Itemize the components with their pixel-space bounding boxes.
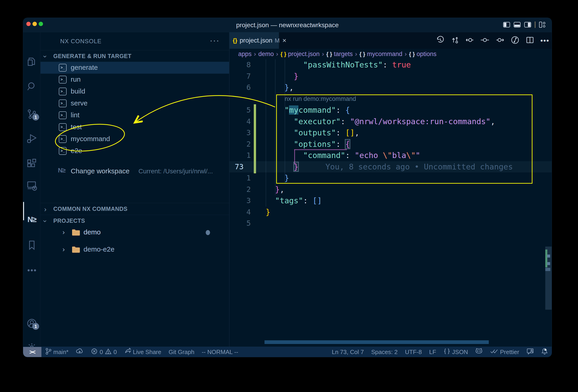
accounts-icon[interactable]: 1 [23, 316, 41, 330]
code-lens-row[interactable]: nx run demo:mycommand [230, 93, 552, 105]
line-number: 7 [230, 71, 251, 82]
title-bar: project.json — newnxreactwrkspace [23, 18, 552, 32]
object-symbol-icon: { } [359, 51, 365, 57]
close-tab-icon[interactable]: × [282, 37, 287, 44]
code-line[interactable]: 3 "tags": [] [230, 195, 552, 207]
previous-change-icon[interactable] [465, 36, 474, 45]
code-line[interactable]: 1 } [230, 173, 552, 184]
toggle-sidebar-icon[interactable] [503, 22, 510, 27]
terminal-icon: >_ [59, 87, 67, 95]
section-projects[interactable]: › PROJECTS [41, 215, 229, 226]
toggle-secondary-sidebar-icon[interactable] [524, 22, 531, 27]
code-line[interactable]: 4 "executor": "@nrwl/workspace:run-comma… [230, 116, 552, 127]
breadcrumb-separator: › [355, 50, 357, 58]
eol[interactable]: LF [426, 347, 440, 357]
language-mode[interactable]: JSON [440, 347, 472, 357]
source-control-icon[interactable]: 1 [23, 107, 41, 121]
timeline-icon[interactable] [436, 36, 445, 45]
compare-changes-icon[interactable] [451, 36, 459, 45]
live-share[interactable]: Live Share [120, 347, 165, 357]
terminal-icon: >_ [59, 111, 67, 119]
line-number: 1 [230, 173, 251, 184]
line-number: 3 [230, 195, 251, 207]
sidebar-item-mycommand[interactable]: >_mycommand [41, 133, 229, 145]
sidebar-item-change-workspace[interactable]: N≥ Change workspace Current: /Users/juri… [41, 165, 229, 177]
notifications[interactable] [537, 347, 552, 357]
code-line[interactable]: 2 }, [230, 184, 552, 195]
breadcrumb-item-demo[interactable]: demo [258, 50, 274, 58]
search-icon[interactable] [23, 80, 41, 93]
code-line[interactable]: 3 "outputs": [], [230, 127, 552, 139]
breadcrumb-item-targets[interactable]: { } targets [326, 50, 353, 58]
sidebar-item-build[interactable]: >_build [41, 86, 229, 97]
sidebar-more-actions-icon[interactable]: ··· [210, 36, 220, 45]
remote-explorer-icon[interactable] [23, 179, 41, 192]
sidebar-item-lint[interactable]: >_lint [41, 109, 229, 121]
code-lens-run-command[interactable]: nx run demo:mycommand [285, 93, 356, 105]
git-graph[interactable]: Git Graph [165, 347, 198, 357]
sidebar-item-e2e[interactable]: >_e2e [41, 145, 229, 157]
breadcrumb-item-apps[interactable]: apps [238, 50, 252, 58]
project-item-demo[interactable]: ›demo [41, 226, 229, 238]
sync-changes[interactable] [72, 347, 87, 357]
git-branch[interactable]: main* [42, 347, 72, 357]
code-line[interactable]: 7 } [230, 71, 552, 82]
github[interactable] [472, 347, 486, 357]
code-line[interactable]: 8 "passWithNoTests": true [230, 59, 552, 71]
code-line[interactable]: 73 }You, 8 seconds ago • Uncommitted cha… [230, 161, 552, 173]
code-line[interactable]: 2 "options": { [230, 139, 552, 150]
breadcrumb-item-options[interactable]: { } options [409, 50, 436, 58]
activity-bar: 1N≥11 [23, 32, 41, 347]
code-line[interactable]: 6 }, [230, 82, 552, 93]
terminal-icon: >_ [59, 147, 67, 155]
horizontal-scrollbar[interactable] [265, 340, 489, 344]
change-icon[interactable] [480, 36, 489, 45]
encoding[interactable]: UTF-8 [401, 347, 426, 357]
breadcrumb-separator: › [405, 50, 407, 58]
code-line[interactable]: 1 "command": "echo \"bla\"" [230, 150, 552, 161]
section-generate-run-target[interactable]: › GENERATE & RUN TARGET [41, 50, 229, 61]
customize-layout-icon[interactable] [539, 22, 545, 28]
prettier[interactable]: Prettier [486, 347, 523, 357]
section-common-nx-commands[interactable]: › COMMON NX COMMANDS [41, 203, 229, 214]
remote-indicator[interactable]: >< [23, 347, 42, 357]
nx-logo-icon: N≥ [58, 167, 65, 174]
project-item-demo-e2e[interactable]: ›demo-e2e [41, 244, 229, 256]
more-views-icon[interactable] [23, 263, 41, 277]
sidebar-item-run[interactable]: >_run [41, 74, 229, 86]
indentation[interactable]: Spaces: 2 [368, 347, 401, 357]
chevron-right-icon[interactable]: › [62, 228, 65, 236]
next-change-icon[interactable] [495, 36, 505, 45]
sidebar-item-serve[interactable]: >_serve [41, 97, 229, 109]
chevron-right-icon[interactable]: › [62, 245, 65, 253]
extensions-icon[interactable] [23, 157, 41, 171]
vscode-window: project.json — newnxreactwrkspace 1N≥11 … [23, 18, 552, 357]
feedback[interactable] [523, 347, 537, 357]
problems[interactable]: 00 [87, 347, 120, 357]
bookmarks-icon[interactable] [23, 238, 41, 252]
breadcrumb-item-project.json[interactable]: { } project.json [281, 50, 320, 58]
bracket-pair-guide [294, 149, 347, 150]
line-number: 5 [230, 218, 251, 229]
git-branch-icon [45, 348, 51, 356]
cursor-position[interactable]: Ln 73, Col 7 [328, 347, 368, 357]
code-line[interactable]: 5 "mycommand": { [230, 104, 552, 116]
breadcrumb-item-mycommand[interactable]: { } mycommand [359, 50, 402, 58]
gitlens-icon[interactable] [511, 36, 520, 45]
nx-console-sidebar: NX CONSOLE ··· › GENERATE & RUN TARGET >… [41, 32, 230, 347]
tab-project-json[interactable]: {} project.json M × [230, 32, 279, 49]
vim-mode[interactable]: -- NORMAL -- [198, 347, 242, 357]
split-editor-icon[interactable] [526, 36, 534, 45]
status-bar: ><main*00Live ShareGit Graph-- NORMAL --… [23, 347, 552, 357]
sidebar-item-generate[interactable]: >_generate [41, 62, 229, 74]
code-editor[interactable]: 8 "passWithNoTests": true7 }6 },nx run d… [230, 59, 552, 347]
sidebar-item-test[interactable]: >_test [41, 121, 229, 133]
nx-console-icon[interactable]: N≥ [23, 213, 41, 226]
run-debug-icon[interactable] [23, 131, 41, 145]
code-line[interactable]: 5 [230, 218, 552, 229]
object-symbol-icon: { } [326, 51, 332, 57]
explorer-icon[interactable] [23, 55, 41, 69]
toggle-panel-icon[interactable] [514, 22, 521, 27]
more-actions-icon[interactable]: ••• [540, 36, 549, 45]
code-line[interactable]: 4} [230, 207, 552, 218]
